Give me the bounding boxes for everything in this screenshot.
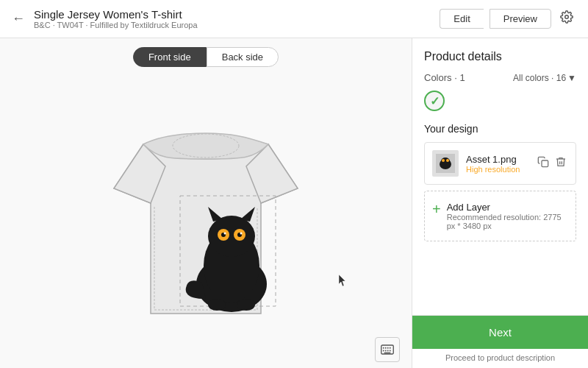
add-layer-plus-icon: + <box>432 202 441 216</box>
proceed-text: Proceed to product description <box>412 349 588 368</box>
svg-point-31 <box>446 159 449 162</box>
product-title: Single Jersey Women's T-shirt <box>34 8 440 21</box>
next-button[interactable]: Next <box>412 316 588 349</box>
header: ← Single Jersey Women's T-shirt B&C · TW… <box>0 0 588 38</box>
title-group: Single Jersey Women's T-shirt B&C · TW04… <box>34 8 440 29</box>
trash-icon <box>555 156 567 168</box>
svg-point-0 <box>565 15 569 19</box>
keyboard-button[interactable] <box>375 337 400 362</box>
product-subtitle: B&C · TW04T · Fulfilled by Textildruck E… <box>34 21 440 29</box>
add-layer-recommendation: Recommended resolution: 2775 px * 3480 p… <box>447 213 568 230</box>
preview-button[interactable]: Preview <box>490 9 551 29</box>
svg-point-14 <box>208 299 226 311</box>
svg-point-12 <box>224 232 226 234</box>
delete-asset-button[interactable] <box>553 155 568 172</box>
selected-checkmark: ✓ <box>430 94 440 108</box>
svg-rect-32 <box>542 160 548 167</box>
back-side-tab[interactable]: Back side <box>207 47 279 67</box>
asset-name: Asset 1.png <box>466 154 528 165</box>
gear-icon <box>560 10 573 24</box>
main-layout: Front side Back side <box>0 38 588 368</box>
svg-point-13 <box>240 232 243 234</box>
asset-status: High resolution <box>466 165 528 174</box>
add-layer-text: Add Layer Recommended resolution: 2775 p… <box>447 202 568 230</box>
canvas-area: Front side Back side <box>0 38 412 368</box>
asset-info: Asset 1.png High resolution <box>466 154 528 174</box>
add-layer-label: Add Layer <box>447 202 568 213</box>
panel-title: Product details <box>424 50 576 63</box>
svg-point-5 <box>208 216 255 257</box>
color-swatch-white[interactable]: ✓ <box>424 91 445 111</box>
add-layer-card[interactable]: + Add Layer Recommended resolution: 2775… <box>424 191 576 241</box>
colors-label: Colors · 1 <box>424 72 465 83</box>
colors-row: Colors · 1 All colors · 16 ▼ <box>424 72 576 83</box>
asset-actions <box>536 155 568 172</box>
front-side-tab[interactable]: Front side <box>133 47 207 67</box>
side-tabs: Front side Back side <box>133 47 279 67</box>
keyboard-icon <box>381 344 394 355</box>
back-button[interactable]: ← <box>12 11 25 26</box>
chevron-down-icon: ▼ <box>567 73 576 83</box>
color-swatch-row: ✓ <box>424 91 576 111</box>
your-design-title: Your design <box>424 123 576 135</box>
right-panel: Product details Colors · 1 All colors · … <box>412 38 588 368</box>
tshirt-preview <box>99 100 312 336</box>
tshirt-svg <box>99 100 312 336</box>
copy-asset-button[interactable] <box>536 155 551 172</box>
panel-content: Product details Colors · 1 All colors · … <box>412 38 588 315</box>
tshirt-container <box>99 67 312 368</box>
all-colors-button[interactable]: All colors · 16 ▼ <box>513 73 576 83</box>
svg-point-15 <box>237 299 255 311</box>
all-colors-label: All colors · 16 <box>513 73 566 83</box>
copy-icon <box>537 156 549 168</box>
asset-thumb-preview <box>434 152 456 174</box>
asset-card: Asset 1.png High resolution <box>424 142 576 185</box>
svg-point-30 <box>442 159 445 162</box>
cursor <box>338 274 345 286</box>
settings-button[interactable] <box>557 7 576 30</box>
panel-footer: Next Proceed to product description <box>412 315 588 368</box>
asset-thumbnail <box>432 150 459 177</box>
header-actions: Edit Preview <box>440 7 576 30</box>
edit-button[interactable]: Edit <box>440 9 483 29</box>
canvas-bottom-bar <box>0 331 412 368</box>
